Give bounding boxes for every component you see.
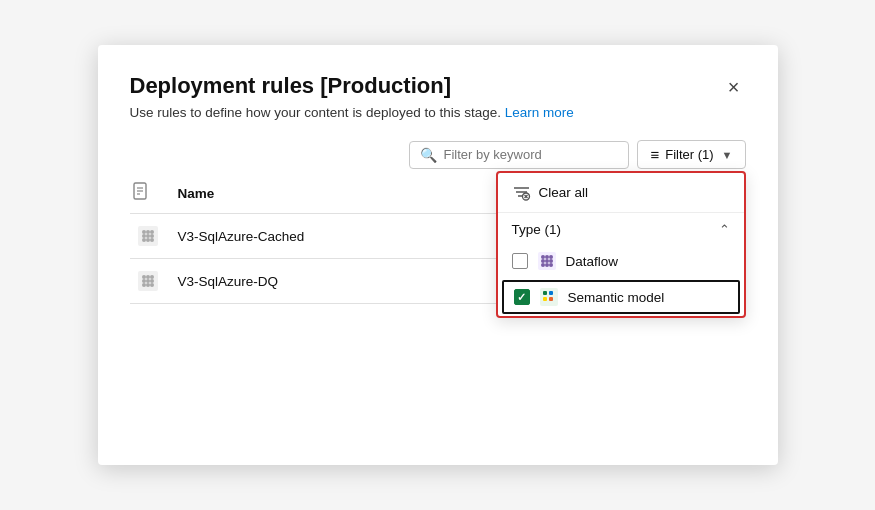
svg-point-44 [150, 283, 154, 287]
search-input[interactable] [443, 147, 618, 162]
svg-point-37 [146, 275, 150, 279]
svg-point-34 [150, 238, 154, 242]
clear-all-icon [512, 183, 531, 202]
svg-point-33 [146, 238, 150, 242]
svg-point-41 [150, 279, 154, 283]
semantic-model-icon [540, 288, 558, 306]
filter-button[interactable]: ≡ Filter (1) ▼ [637, 140, 745, 169]
svg-point-36 [142, 275, 146, 279]
svg-rect-19 [543, 297, 547, 301]
learn-more-link[interactable]: Learn more [505, 105, 574, 120]
grid-icon [138, 271, 158, 291]
svg-point-8 [545, 255, 549, 259]
dataflow-checkbox[interactable] [512, 253, 528, 269]
svg-point-26 [142, 230, 146, 234]
dataflow-label: Dataflow [566, 254, 619, 269]
svg-point-39 [142, 279, 146, 283]
filter-dropdown-panel: Clear all Type (1) ⌃ [496, 171, 746, 318]
filter-lines-icon: ≡ [650, 146, 659, 163]
svg-point-38 [150, 275, 154, 279]
svg-point-7 [541, 255, 545, 259]
svg-point-43 [146, 283, 150, 287]
svg-point-12 [549, 259, 553, 263]
svg-point-42 [142, 283, 146, 287]
clear-all-option[interactable]: Clear all [498, 173, 744, 213]
semantic-model-label: Semantic model [568, 290, 665, 305]
svg-point-14 [545, 263, 549, 267]
row-1-icon [130, 226, 166, 246]
type-section-header: Type (1) ⌃ [498, 213, 744, 244]
dialog-subtitle: Use rules to define how your content is … [130, 105, 746, 120]
search-box: 🔍 [409, 141, 629, 169]
svg-rect-20 [549, 297, 553, 301]
chevron-up-icon[interactable]: ⌃ [719, 222, 730, 237]
svg-point-28 [150, 230, 154, 234]
grid-icon [138, 226, 158, 246]
svg-point-11 [545, 259, 549, 263]
col-icon-header [130, 181, 166, 205]
chevron-down-icon: ▼ [722, 149, 733, 161]
svg-point-27 [146, 230, 150, 234]
type-section-label: Type (1) [512, 222, 562, 237]
semantic-model-option[interactable]: Semantic model [502, 280, 740, 314]
svg-point-10 [541, 259, 545, 263]
svg-point-15 [549, 263, 553, 267]
dialog-title: Deployment rules [Production] [130, 73, 451, 99]
svg-rect-17 [543, 291, 547, 295]
dataflow-option[interactable]: Dataflow [498, 244, 744, 278]
filter-button-label: Filter (1) [665, 147, 713, 162]
toolbar-row: 🔍 ≡ Filter (1) ▼ [130, 140, 746, 169]
semantic-model-checkbox[interactable] [514, 289, 530, 305]
svg-point-9 [549, 255, 553, 259]
svg-rect-18 [549, 291, 553, 295]
svg-point-32 [142, 238, 146, 242]
row-2-icon [130, 271, 166, 291]
svg-point-29 [142, 234, 146, 238]
svg-point-31 [150, 234, 154, 238]
dialog-header: Deployment rules [Production] × [130, 73, 746, 99]
svg-rect-16 [540, 288, 558, 306]
deployment-rules-dialog: Deployment rules [Production] × Use rule… [98, 45, 778, 465]
svg-point-40 [146, 279, 150, 283]
file-icon [130, 181, 150, 201]
svg-point-13 [541, 263, 545, 267]
svg-point-30 [146, 234, 150, 238]
search-icon: 🔍 [420, 147, 437, 163]
close-button[interactable]: × [722, 75, 746, 99]
dataflow-icon [538, 252, 556, 270]
clear-all-label: Clear all [539, 185, 589, 200]
